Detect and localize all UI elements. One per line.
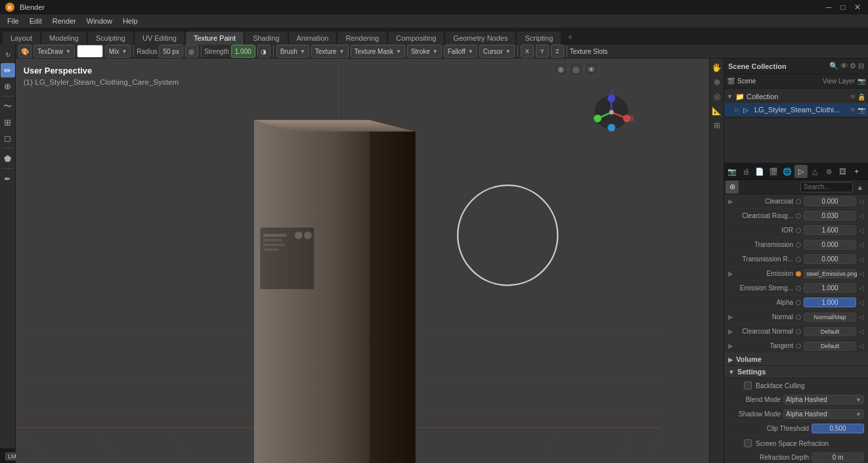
menu-edit[interactable]: Edit: [25, 16, 47, 26]
properties-search-input[interactable]: [800, 182, 853, 192]
scene-header-icons: 🔍 👁 ⚙ ⊟: [829, 62, 864, 70]
cc-normal-value[interactable]: Default: [804, 327, 856, 336]
tab-compositing[interactable]: Compositing: [388, 32, 444, 45]
add-workspace-tab-button[interactable]: +: [562, 29, 578, 45]
brush-dropdown[interactable]: Brush ▼: [276, 45, 309, 58]
xyz-y-button[interactable]: Y: [536, 45, 549, 58]
cc-normal-pin: ◁: [859, 328, 864, 335]
minimize-button[interactable]: ─: [823, 2, 834, 12]
vr-icon-1[interactable]: 🖐: [710, 61, 724, 74]
prop-tab-object[interactable]: ▷: [794, 165, 808, 178]
trans-r-value[interactable]: 0.000: [804, 254, 856, 264]
toolbar-sep-2: [201, 45, 202, 57]
tab-uv-editing[interactable]: UV Editing: [135, 32, 184, 45]
window-controls: ─ □ ✕: [823, 2, 863, 12]
tab-animation[interactable]: Animation: [289, 32, 337, 45]
tool-annotate[interactable]: ✒: [1, 171, 15, 186]
alpha-value[interactable]: 1.000: [804, 298, 856, 307]
prop-nav-up[interactable]: ▲: [854, 181, 867, 194]
prop-tab-view[interactable]: 📄: [753, 165, 766, 178]
menu-render[interactable]: Render: [48, 16, 81, 26]
prop-tab-mesh[interactable]: △: [808, 165, 821, 178]
svg-line-17: [631, 428, 662, 463]
tool-draw[interactable]: ✏: [1, 63, 15, 77]
cursor-dropdown[interactable]: Cursor ▼: [479, 45, 515, 58]
prop-tab-texture[interactable]: 🖼: [836, 165, 849, 178]
maximize-button[interactable]: □: [838, 2, 848, 12]
blend-mode-dropdown[interactable]: Mix ▼: [105, 45, 131, 58]
prop-tab-material[interactable]: ⊛: [822, 165, 835, 178]
vr-icon-5[interactable]: ⊞: [710, 119, 724, 132]
tangent-value[interactable]: Default: [804, 342, 856, 351]
menu-help[interactable]: Help: [118, 16, 142, 26]
settings-section-header[interactable]: ▼ Settings: [724, 366, 868, 378]
backface-culling-checkbox[interactable]: [744, 382, 752, 389]
radius-value[interactable]: 50 px: [159, 45, 183, 58]
tree-eye-icon[interactable]: 👁: [850, 93, 856, 100]
texture-dropdown[interactable]: Texture ▼: [311, 45, 349, 58]
tree-obj-cam-icon[interactable]: 📷: [857, 106, 865, 114]
3d-viewport[interactable]: User Perspective (1) LG_Styler_Steam_Clo…: [16, 58, 709, 463]
sub-tab-material-active[interactable]: ⊛: [726, 181, 739, 194]
prop-tab-world[interactable]: 🌐: [781, 165, 794, 178]
tree-item-collection[interactable]: ▼ 📁 Collection 👁 🔒: [724, 90, 868, 103]
emstr-value[interactable]: 1.000: [804, 283, 856, 293]
tab-rendering[interactable]: Rendering: [337, 32, 387, 45]
tool-smear[interactable]: 〜: [1, 99, 15, 114]
prop-tab-particles[interactable]: ✦: [850, 165, 863, 178]
xyz-z-button[interactable]: Z: [551, 45, 564, 58]
scene-filter-icon[interactable]: 🔍: [829, 62, 838, 70]
ior-value[interactable]: 1.600: [804, 225, 856, 235]
normal-expand: ▶: [728, 313, 733, 320]
tab-modeling[interactable]: Modeling: [41, 32, 87, 45]
shadow-mode-select[interactable]: Alpha Hashed ▼: [783, 409, 864, 419]
texture-mask-dropdown[interactable]: Texture Mask ▼: [351, 45, 405, 58]
menu-file[interactable]: File: [3, 16, 24, 26]
tool-erase[interactable]: ◻: [1, 131, 15, 145]
clip-threshold-value[interactable]: 0.500: [812, 424, 864, 433]
tool-clone[interactable]: ⊞: [1, 115, 15, 129]
refraction-depth-value[interactable]: 0 m: [812, 452, 864, 462]
tab-layout[interactable]: Layout: [3, 32, 40, 45]
menu-window[interactable]: Window: [82, 16, 117, 26]
mode-icon-button[interactable]: 🎨: [18, 45, 32, 58]
tab-geometry-nodes[interactable]: Geometry Nodes: [445, 32, 515, 45]
scene-view-icon[interactable]: 👁: [840, 62, 848, 70]
close-button[interactable]: ✕: [852, 2, 863, 12]
tool-fill[interactable]: ⊕: [1, 79, 15, 93]
scene-settings-icon[interactable]: ⚙: [850, 62, 856, 70]
prop-tab-render[interactable]: 📷: [726, 165, 739, 178]
xyz-x-button[interactable]: X: [521, 45, 534, 58]
vr-icon-2[interactable]: ⊕: [710, 76, 724, 89]
prop-tab-scene[interactable]: 🎬: [767, 165, 780, 178]
strength-value[interactable]: 1.000: [231, 45, 255, 58]
prop-tab-output[interactable]: 🖨: [739, 165, 752, 178]
normal-value[interactable]: Normal/Map: [804, 313, 856, 322]
screen-space-refraction-checkbox[interactable]: [744, 439, 752, 447]
tool-select[interactable]: ↻: [1, 47, 15, 62]
clearcoat-rough-value[interactable]: 0.030: [804, 211, 856, 221]
volume-section-header[interactable]: ▶ Volume: [724, 353, 868, 366]
scene-funnel-icon[interactable]: ⊟: [858, 62, 864, 70]
radius-icon-button[interactable]: ◎: [185, 45, 198, 58]
tab-texture-paint[interactable]: Texture Paint: [186, 32, 244, 45]
transmission-value[interactable]: 0.000: [804, 240, 856, 250]
mode-dropdown[interactable]: TexDraw ▼: [33, 45, 75, 58]
tool-mask[interactable]: ⬟: [1, 151, 15, 165]
tab-scripting[interactable]: Scripting: [517, 32, 561, 45]
tab-sculpting[interactable]: Sculpting: [88, 32, 133, 45]
falloff-dropdown[interactable]: Falloff ▼: [444, 45, 477, 58]
emission-value[interactable]: steel_Emissive.png: [804, 269, 856, 278]
color-swatch[interactable]: [77, 45, 103, 58]
vr-icon-4[interactable]: 📐: [710, 104, 724, 118]
tree-camera2-icon[interactable]: 🔒: [857, 93, 865, 100]
blend-mode-select[interactable]: Alpha Hashed ▼: [783, 395, 864, 405]
tree-obj-eye-icon[interactable]: 👁: [850, 106, 856, 114]
vr-icon-3[interactable]: ◎: [710, 90, 724, 103]
strength-icon-button[interactable]: ◑: [257, 45, 271, 58]
tree-item-object[interactable]: ▷ ▷ LG_Styler_Steam_Clothi... 👁 📷: [724, 103, 868, 116]
stroke-dropdown[interactable]: Stroke ▼: [407, 45, 442, 58]
clearcoat-value[interactable]: 0.000: [804, 196, 856, 206]
tab-shading[interactable]: Shading: [245, 32, 287, 45]
tree-obj-actions: 👁 📷: [850, 106, 865, 114]
